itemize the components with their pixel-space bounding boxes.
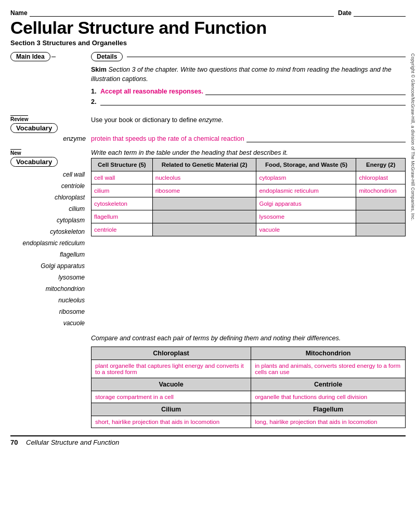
- vocab-table-cell: lysosome: [256, 210, 356, 223]
- vocab-table-container: Cell Structure (5)Related to Genetic Mat…: [91, 158, 406, 237]
- vocab-table-cell: Golgi apparatus: [256, 197, 356, 210]
- vocab-table-cell: [356, 197, 406, 210]
- review-vocab-section: Review Vocabulary Use your book or dicti…: [10, 114, 406, 142]
- compare-section: Compare and contrast each pair of terms …: [10, 334, 406, 428]
- details-col: Details: [91, 52, 406, 61]
- skim-instruction: Skim Section 3 of the chapter. Write two…: [91, 65, 406, 84]
- compare-def-cell: organelle that functions during cell div…: [251, 391, 406, 403]
- vocab-table-cell: [152, 210, 256, 223]
- vocab-word-list: cell wallcentriolechloroplastciliumcytop…: [10, 169, 91, 329]
- vocab-word-item: ribosome: [10, 306, 89, 317]
- skim-q1-num: 1.: [91, 88, 100, 95]
- compare-term-header: Cilium: [92, 403, 251, 416]
- vocab-table-cell: flagellum: [92, 210, 153, 223]
- skim-q1-row: 1. Accept all reasonable responses.: [91, 88, 406, 95]
- enzyme-line[interactable]: [246, 135, 406, 142]
- vocab-table-cell: cytoskeleton: [92, 197, 153, 210]
- vocab-word-item: cytoskeleton: [10, 226, 89, 237]
- vocab-table-cell: [152, 197, 256, 210]
- review-vocab-header: Review Vocabulary Use your book or dicti…: [10, 114, 406, 133]
- vocab-table-header: Energy (2): [356, 158, 406, 171]
- vocab-table-cell: cytoplasm: [256, 171, 356, 184]
- name-line[interactable]: [30, 9, 334, 17]
- vocab-table-cell: vacuole: [256, 223, 356, 236]
- vocab-table-cell: ribosome: [152, 184, 256, 197]
- compare-term-header: Vacuole: [92, 378, 251, 391]
- review-label: Review: [10, 115, 28, 122]
- skim-q2-num: 2.: [91, 98, 100, 105]
- vocab-word-item: endoplasmic reticulum: [10, 237, 89, 249]
- vocab-word-item: cell wall: [10, 169, 89, 180]
- footer: 70 Cellular Structure and Function: [10, 435, 406, 446]
- compare-table: ChloroplastMitochondrionplant organelle …: [91, 347, 406, 428]
- skim-section: Skim Section 3 of the chapter. Write two…: [10, 65, 406, 109]
- review-vocab-left: Review Vocabulary: [10, 114, 91, 133]
- footer-page-number: 70: [10, 438, 26, 446]
- skim-q1-line[interactable]: [205, 88, 406, 95]
- compare-right: Compare and contrast each pair of terms …: [91, 334, 406, 428]
- enzyme-answer-col: protein that speeds up the rate of a che…: [91, 135, 406, 142]
- compare-term-header: Centriole: [251, 378, 406, 391]
- skim-q2-row: 2.: [91, 98, 406, 105]
- vocab-table-cell: cell wall: [92, 171, 153, 184]
- skim-q2-line[interactable]: [100, 98, 406, 105]
- name-label: Name: [10, 9, 28, 17]
- new-vocab-pill: Vocabulary: [10, 157, 58, 167]
- review-vocab-right: Use your book or dictionary to define en…: [91, 114, 406, 125]
- review-vocab-inst-pre: Use your book or dictionary to define: [91, 116, 197, 124]
- vocab-word-item: mitochondrion: [10, 283, 89, 295]
- review-vocab-pill: Vocabulary: [10, 123, 58, 133]
- main-idea-col: Main Idea: [10, 52, 91, 61]
- compare-left: [10, 334, 91, 428]
- compare-def-cell: plant organelle that captures light ener…: [92, 360, 251, 378]
- review-vocab-inst-post: .: [222, 116, 223, 124]
- compare-def-cell: short, hairlike projection that aids in …: [92, 416, 251, 428]
- main-title: Cellular Structure and Function: [10, 18, 406, 38]
- enzyme-row: enzyme protein that speeds up the rate o…: [10, 135, 406, 142]
- vocab-word-item: flagellum: [10, 249, 89, 260]
- vocab-table-cell: cilium: [92, 184, 153, 197]
- new-label: New: [10, 149, 21, 156]
- vocab-table-cell: centriole: [92, 223, 153, 236]
- new-vocab-left: New Vocabulary cell wallcentriolechlorop…: [10, 148, 91, 329]
- section-subtitle: Section 3 Structures and Organelles: [10, 39, 406, 47]
- vocab-word-item: nucleolus: [10, 295, 89, 306]
- date-line[interactable]: [354, 9, 406, 17]
- vocab-word-item: vacuole: [10, 317, 89, 329]
- vocab-table-cell: chloroplast: [356, 171, 406, 184]
- compare-term-header: Flagellum: [251, 403, 406, 416]
- compare-def-cell: long, hairlike projection that aids in l…: [251, 416, 406, 428]
- compare-def-cell: storage compartment in a cell: [92, 391, 251, 403]
- vocab-word-item: cytoplasm: [10, 215, 89, 226]
- review-vocab-instruction: Use your book or dictionary to define en…: [91, 114, 406, 125]
- new-vocab-instruction: Write each term in the table under the h…: [91, 148, 406, 236]
- vocab-word-item: lysosome: [10, 272, 89, 283]
- name-date-row: Name Date: [10, 9, 406, 17]
- compare-def-cell: in plants and animals, converts stored e…: [251, 360, 406, 378]
- enzyme-label: enzyme: [10, 135, 91, 142]
- details-pill: Details: [91, 52, 123, 61]
- compare-term-header: Mitochondrion: [251, 347, 406, 360]
- new-vocab-instruction-text: Write each term in the table under the h…: [91, 149, 288, 156]
- page: Name Date Cellular Structure and Functio…: [0, 0, 416, 532]
- vocab-word-item: centriole: [10, 180, 89, 192]
- vocab-word-item: chloroplast: [10, 192, 89, 203]
- vocab-table-cell: mitochondrion: [356, 184, 406, 197]
- main-idea-pill: Main Idea: [10, 52, 50, 61]
- top-labels-row: Main Idea Details: [10, 52, 406, 61]
- date-label: Date: [338, 9, 352, 17]
- review-vocab-inst-term: enzyme: [199, 116, 222, 124]
- compare-instruction: Compare and contrast each pair of terms …: [91, 334, 406, 343]
- vocab-table-cell: [356, 223, 406, 236]
- skim-q1-answer: Accept all reasonable responses.: [100, 88, 203, 95]
- vocab-word-item: Golgi apparatus: [10, 260, 89, 272]
- vocab-table-header: Related to Genetic Material (2): [152, 158, 256, 171]
- vocab-table-cell: endoplasmic reticulum: [256, 184, 356, 197]
- vocab-table-header: Food, Storage, and Waste (5): [256, 158, 356, 171]
- vocab-table-cell: [356, 210, 406, 223]
- vocab-table-header: Cell Structure (5): [92, 158, 153, 171]
- new-vocab-section: New Vocabulary cell wallcentriolechlorop…: [10, 148, 406, 329]
- details-line: [127, 57, 406, 57]
- enzyme-answer: protein that speeds up the rate of a che…: [91, 135, 244, 142]
- vocab-table-cell: [152, 223, 256, 236]
